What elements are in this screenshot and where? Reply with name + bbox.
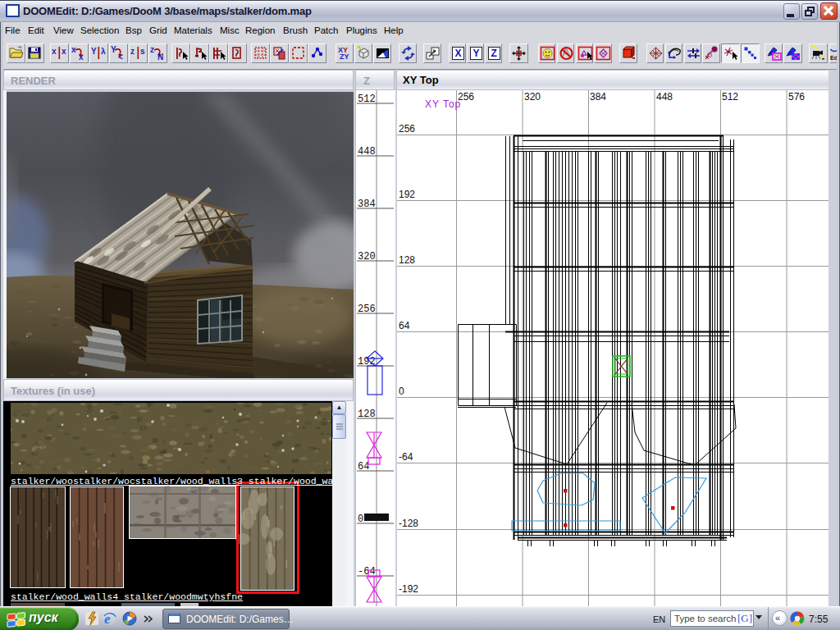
svg-text:512: 512 xyxy=(722,91,738,103)
svg-text:ZY: ZY xyxy=(340,52,349,61)
svg-text:z: z xyxy=(150,45,154,54)
svg-text:-64: -64 xyxy=(399,451,413,463)
svg-text:192: 192 xyxy=(399,189,415,200)
svg-text:128: 128 xyxy=(358,409,376,420)
svg-text:Z: Z xyxy=(491,48,497,59)
svg-text:-192: -192 xyxy=(399,583,418,595)
svg-text:384: 384 xyxy=(590,91,606,103)
svg-text:320: 320 xyxy=(524,91,541,103)
svg-text:512: 512 xyxy=(358,94,376,105)
svg-text:-128: -128 xyxy=(399,518,418,529)
svg-text:256: 256 xyxy=(358,304,376,315)
svg-text:64: 64 xyxy=(358,461,369,472)
svg-text:320: 320 xyxy=(358,251,376,262)
svg-text:384: 384 xyxy=(358,199,376,210)
svg-text:N: N xyxy=(158,52,163,62)
svg-text:X: X xyxy=(455,48,462,59)
svg-text:448: 448 xyxy=(656,91,673,103)
svg-text:0: 0 xyxy=(399,386,404,397)
svg-text:Y: Y xyxy=(91,47,97,56)
svg-text:<: < xyxy=(118,52,123,62)
svg-text:z: z xyxy=(130,47,135,56)
svg-text:Y: Y xyxy=(473,48,480,59)
svg-text:576: 576 xyxy=(788,91,805,103)
svg-text:x: x xyxy=(62,47,66,56)
svg-text:x: x xyxy=(79,52,84,62)
svg-text:s: s xyxy=(140,47,145,56)
svg-text:448: 448 xyxy=(358,146,376,158)
svg-text:256: 256 xyxy=(399,123,415,135)
svg-text:64: 64 xyxy=(399,320,410,331)
svg-text:128: 128 xyxy=(399,254,415,266)
svg-text:x: x xyxy=(52,47,57,56)
svg-text:λ: λ xyxy=(101,47,106,56)
svg-text:XY Top: XY Top xyxy=(425,98,461,110)
svg-text:-64: -64 xyxy=(358,566,376,578)
svg-text:0: 0 xyxy=(358,514,363,525)
